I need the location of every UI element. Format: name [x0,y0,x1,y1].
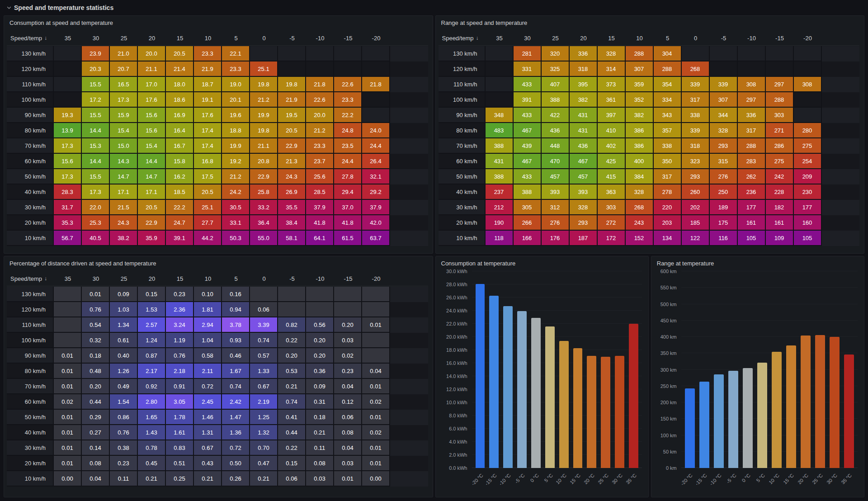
bar--5°C [517,311,527,468]
heatmap-cell: 44.2 [194,231,222,246]
column-header-temp[interactable]: -10 [306,271,334,286]
column-header-temp[interactable]: 15 [166,31,194,45]
dashboard-row-toggle[interactable]: Speed and temperature statistics [4,2,864,14]
column-header-temp[interactable]: 0 [250,271,278,286]
column-header-temp[interactable]: -20 [362,31,390,45]
column-header-temp[interactable]: -15 [334,271,362,286]
column-header-speed-temp[interactable]: Speed/temp↓ [7,31,54,45]
heatmap-cell: 352 [626,92,654,108]
heatmap-cell: 320 [542,46,570,61]
column-header-temp[interactable]: 35 [54,31,82,45]
column-header-temp[interactable]: 5 [654,31,682,45]
column-header-temp[interactable]: 10 [194,271,222,286]
column-header-temp[interactable]: 20 [570,31,598,45]
column-header-temp[interactable]: 30 [82,271,110,286]
bar-20°C [587,356,596,468]
column-header-temp[interactable]: -5 [710,31,738,45]
heatmap-cell: 0.04 [334,379,362,394]
panel-title[interactable]: Range at speed and temperature [436,16,864,29]
column-header-temp[interactable]: 15 [598,31,626,45]
column-header-temp[interactable]: 5 [222,31,250,45]
heatmap-cell: 336 [570,46,598,61]
x-tick-label: 10 °C [768,473,780,485]
heatmap-cell: 0.83 [166,440,194,456]
panel-title[interactable]: Percentage of distance driven at speed a… [4,256,433,269]
column-header-temp[interactable]: -15 [334,31,362,45]
heatmap-cell: 276 [710,169,738,184]
heatmap-cell: 17.5 [194,169,222,184]
heatmap-cell: 0.23 [334,364,362,379]
heatmap-cell: 25.8 [250,184,278,200]
y-tick-label: 10.0 kWh [446,400,467,405]
column-header-speed-temp[interactable]: Speed/temp↓ [439,31,486,45]
panel-title[interactable]: Range at temperature [651,256,864,269]
heatmap-cell [794,46,822,61]
heatmap-cell: 21.8 [306,77,334,92]
column-header-temp[interactable]: 5 [222,271,250,286]
heatmap-cell: 24.3 [110,215,138,231]
panel-title[interactable]: Consumption at speed and temperature [4,16,433,29]
heatmap-cell: 260 [682,184,710,200]
heatmap-cell: 105 [794,231,822,246]
heatmap-cell: 17.4 [194,138,222,154]
heatmap-cell: 1.65 [138,410,166,425]
column-header-speed-temp[interactable]: Speed/temp↓ [7,271,54,286]
heatmap-cell: 23.3 [222,61,250,77]
column-header-temp[interactable]: -10 [738,31,766,45]
heatmap-cell: 303 [766,108,794,123]
bar-30°C [615,356,624,468]
heatmap-cell: 0.74 [250,333,278,348]
column-header-temp[interactable]: 20 [138,271,166,286]
heatmap-cell: 15.0 [110,138,138,154]
x-tick-label: -20 °C [470,473,484,487]
panel-title[interactable]: Consumption at temperature [436,256,648,269]
column-header-temp[interactable]: -10 [306,31,334,45]
column-header-temp[interactable]: 0 [250,31,278,45]
heatmap-cell: 203 [654,215,682,231]
heatmap-cell: 0.01 [54,364,82,379]
heatmap-cell: 64.1 [306,231,334,246]
heatmap-cell: 0.40 [110,348,138,364]
column-header-temp[interactable]: 20 [138,31,166,45]
y-tick-label: 550 km [660,285,677,290]
heatmap-cell: 0.01 [82,287,110,302]
column-header-temp[interactable]: -5 [278,271,306,286]
table-row: 20 km/h190266276293272243203185175161161… [439,215,860,231]
heatmap-cell: 293 [682,169,710,184]
column-header-label: Speed/temp [10,275,42,282]
heatmap-cell: 1.19 [166,333,194,348]
column-header-temp[interactable]: 15 [166,271,194,286]
column-header-temp[interactable]: 10 [194,31,222,45]
heatmap-cell: 0.02 [334,348,362,364]
heatmap-cell: 328 [626,184,654,200]
column-header-temp[interactable]: 10 [626,31,654,45]
row-label-speed: 130 km/h [7,46,54,61]
heatmap-cell: 388 [486,138,514,154]
heatmap-cell: 0.67 [194,440,222,456]
column-header-temp[interactable]: -5 [278,31,306,45]
column-header-temp[interactable]: -20 [362,271,390,286]
heatmap-cell: 29.2 [362,184,390,200]
heatmap-cell: 17.3 [54,169,82,184]
y-tick-label: 250 km [660,383,677,389]
column-header-temp[interactable]: 35 [54,271,82,286]
heatmap-cell: 0.11 [110,471,138,487]
column-header-temp[interactable]: 30 [82,31,110,45]
heatmap-cell: 31.7 [54,200,82,215]
column-header-temp[interactable]: -20 [794,31,822,45]
column-header-temp[interactable]: 0 [682,31,710,45]
column-header-temp[interactable]: -15 [766,31,794,45]
column-header-temp[interactable]: 25 [110,31,138,45]
row-label-speed: 100 km/h [7,333,54,348]
heatmap-cell: 0.94 [222,302,250,317]
table-row: 80 km/h13.914.415.415.616.417.418.819.82… [7,123,428,138]
column-header-temp[interactable]: 25 [110,271,138,286]
x-tick-label: 15 °C [782,473,795,485]
heatmap-cell: 152 [626,231,654,246]
heatmap-cell: 0.78 [138,440,166,456]
column-header-temp[interactable]: 35 [486,31,514,45]
heatmap-cell [362,92,390,108]
heatmap-cell: 37.9 [362,200,390,215]
column-header-temp[interactable]: 30 [514,31,542,45]
column-header-temp[interactable]: 25 [542,31,570,45]
